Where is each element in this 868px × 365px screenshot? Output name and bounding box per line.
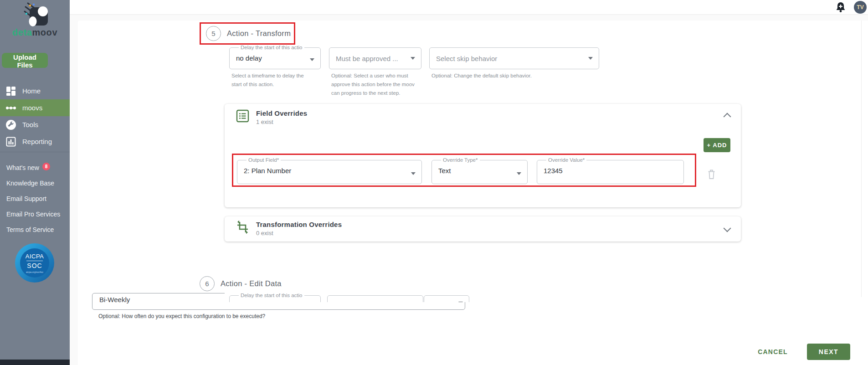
override-value-text: 12345	[544, 167, 677, 175]
step6-title: Action - Edit Data	[221, 279, 282, 288]
dropdown-caret-icon	[310, 58, 314, 61]
sidebar-item-moovs[interactable]: moovs	[0, 99, 70, 116]
whats-new-count-badge: 8	[42, 163, 50, 170]
skip-behavior-select[interactable]: Select skip behavior	[429, 47, 599, 69]
brand-name-first: deta	[12, 27, 32, 37]
dropdown-caret-icon	[411, 172, 416, 175]
sidebar: detamoov Upload Files Home	[0, 0, 70, 365]
notification-bell-icon[interactable]	[836, 2, 846, 13]
override-type-select[interactable]: Override Type* Text	[431, 157, 528, 184]
approver-select[interactable]: Must be approved ...	[329, 47, 421, 69]
upload-files-button[interactable]: Upload Files	[2, 53, 48, 68]
transformation-overrides-title: Transformation Overrides	[256, 221, 342, 228]
soc-badge-soc-text: SOC	[27, 262, 42, 269]
dropdown-caret-icon	[517, 172, 521, 175]
tools-wrench-icon	[5, 119, 16, 130]
collapse-chevron-up-icon[interactable]	[724, 113, 731, 121]
step5-header-highlight: 5 Action - Transform	[200, 22, 295, 45]
step5-title: Action - Transform	[227, 29, 291, 38]
step6-small-select[interactable]	[424, 295, 469, 302]
output-field-select[interactable]: Output Field* 2: Plan Number	[237, 157, 422, 184]
delay-helper-text: Select a timeframe to delay the start of…	[231, 72, 310, 89]
transformation-overrides-count: 0 exist	[256, 230, 342, 236]
delete-override-trash-icon[interactable]	[707, 169, 716, 182]
link-label: What's new	[6, 164, 39, 171]
sidebar-footer-strip	[0, 360, 70, 365]
sidebar-item-home[interactable]: Home	[0, 82, 70, 99]
field-overrides-title: Field Overrides	[256, 109, 307, 117]
brand-name-second: moov	[32, 27, 57, 37]
brand-name: detamoov	[0, 27, 70, 38]
transformation-overrides-card: Transformation Overrides 0 exist	[225, 216, 741, 242]
dropdown-caret-icon	[411, 57, 415, 60]
override-value-label: Override Value*	[548, 157, 585, 163]
logo-icon	[0, 2, 70, 29]
home-dashboard-icon	[5, 86, 16, 97]
add-override-button[interactable]: + ADD	[704, 138, 730, 152]
app-root: TV 5 Action - Transform Delay the start …	[0, 0, 868, 365]
link-label: Email Pro Services	[6, 211, 60, 218]
link-email-support[interactable]: Email Support	[0, 191, 70, 206]
soc-badge-aicpa-text: AICPA	[26, 253, 44, 260]
link-label: Email Support	[6, 195, 46, 202]
sidebar-nav: Home moovs	[0, 82, 70, 150]
step5-number-circle: 5	[206, 26, 221, 41]
field-overrides-count: 1 exist	[256, 118, 307, 125]
field-overrides-icon	[236, 109, 249, 125]
user-avatar[interactable]: TV	[854, 1, 867, 14]
step6-header: 6 Action - Edit Data	[200, 276, 282, 291]
transformation-overrides-icon	[236, 221, 249, 236]
sidebar-item-label: Home	[22, 87, 41, 95]
skip-helper-text: Optional: Change the default skip behavi…	[431, 72, 582, 80]
dropdown-caret-icon	[458, 302, 463, 302]
step6-approver-select[interactable]	[327, 295, 423, 302]
soc-badge-url: aicpa.org/soc4so	[26, 271, 43, 273]
delay-select-value: no delay	[236, 54, 314, 62]
link-label: Terms of Service	[6, 226, 54, 233]
sidebar-item-label: Reporting	[22, 138, 52, 145]
reporting-chart-icon	[5, 136, 16, 147]
override-type-label: Override Type*	[443, 157, 478, 163]
sidebar-item-tools[interactable]: Tools	[0, 116, 70, 133]
next-button[interactable]: NEXT	[807, 344, 850, 360]
cancel-button[interactable]: CANCEL	[754, 346, 791, 357]
delay-select[interactable]: Delay the start of this actio no delay	[229, 45, 321, 69]
sidebar-links: What's new 8 Knowledge Base Email Suppor…	[0, 160, 70, 237]
sidebar-divider	[0, 152, 70, 152]
delay-select-label: Delay the start of this actio	[241, 45, 303, 50]
aicpa-soc-badge: AICPA SOC aicpa.org/soc4so	[15, 243, 54, 283]
frequency-helper-text: Optional: How often do you expect this c…	[98, 313, 265, 319]
output-field-label: Output Field*	[248, 157, 279, 163]
override-type-value: Text	[438, 167, 521, 175]
link-terms-of-service[interactable]: Terms of Service	[0, 222, 70, 237]
step6-delay-select[interactable]: Delay the start of this actio	[229, 293, 321, 302]
approver-select-placeholder: Must be approved ...	[336, 55, 398, 62]
link-label: Knowledge Base	[6, 180, 54, 187]
link-knowledge-base[interactable]: Knowledge Base	[0, 175, 70, 191]
override-value-input[interactable]: Override Value* 12345	[537, 157, 684, 184]
sidebar-item-label: moovs	[22, 104, 42, 112]
sidebar-item-reporting[interactable]: Reporting	[0, 133, 70, 150]
top-bar: TV	[70, 0, 868, 14]
moovs-dots-icon	[5, 103, 16, 113]
step6-delay-label: Delay the start of this actio	[241, 293, 303, 298]
approver-helper-text: Optional: Select a user who must approve…	[331, 72, 419, 98]
output-field-value: 2: Plan Number	[244, 167, 415, 175]
step6-number-circle: 6	[200, 276, 215, 291]
link-email-pro-services[interactable]: Email Pro Services	[0, 206, 70, 222]
expand-chevron-down-icon[interactable]	[724, 225, 731, 232]
skip-behavior-placeholder: Select skip behavior	[436, 55, 497, 62]
step6-fields-clipped: Delay the start of this actio	[225, 292, 480, 302]
dropdown-caret-icon	[588, 57, 593, 60]
link-whats-new[interactable]: What's new 8	[0, 160, 70, 175]
sidebar-item-label: Tools	[22, 121, 38, 129]
vertical-scrollbar[interactable]	[861, 21, 868, 297]
